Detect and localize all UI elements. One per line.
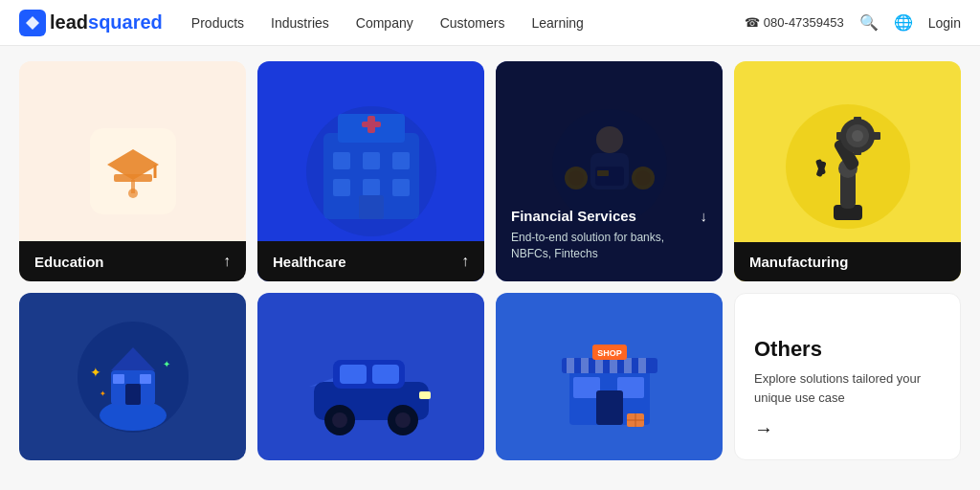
card-auto[interactable] (257, 293, 484, 460)
svg-rect-55 (340, 365, 367, 384)
cards-row1: Education ↑ (19, 61, 961, 281)
nav-links: Products Industries Company Customers Le… (191, 15, 745, 31)
education-arrow: ↑ (223, 253, 231, 270)
nav-industries[interactable]: Industries (271, 15, 329, 31)
svg-point-60 (395, 412, 411, 428)
svg-point-35 (852, 130, 863, 142)
svg-rect-49 (125, 384, 141, 405)
svg-rect-50 (113, 374, 124, 384)
manufacturing-label: Manufacturing (734, 242, 961, 281)
financial-arrow-icon: ↓ (701, 208, 708, 224)
phone-number: ☎ 080-47359453 (745, 15, 843, 30)
globe-icon[interactable]: 🌐 (894, 13, 913, 32)
svg-point-18 (306, 106, 436, 236)
financial-overlay: Financial Services ↓ End-to-end solution… (496, 61, 723, 281)
svg-rect-67 (610, 358, 617, 373)
healthcare-label: Healthcare ↑ (257, 241, 484, 281)
card-financial[interactable]: Financial Services ↓ End-to-end solution… (496, 61, 723, 281)
auto-illustration (257, 293, 484, 460)
others-content: Others Explore solutions tailored your u… (754, 337, 941, 440)
login-button[interactable]: Login (928, 15, 961, 31)
svg-rect-72 (596, 390, 623, 425)
retail-illustration: SHOP (496, 293, 723, 460)
nav-products[interactable]: Products (191, 15, 244, 31)
card-others[interactable]: Others Explore solutions tailored your u… (734, 293, 961, 460)
svg-point-5 (128, 189, 138, 198)
card-realestate[interactable]: ✦ ✦ ✦ (19, 293, 246, 460)
others-title: Others (754, 337, 941, 362)
healthcare-arrow: ↑ (461, 253, 469, 270)
nav-company[interactable]: Company (356, 15, 413, 31)
svg-rect-38 (873, 132, 880, 140)
realestate-illustration: ✦ ✦ ✦ (19, 293, 246, 460)
card-manufacturing[interactable]: Manufacturing (734, 61, 961, 281)
svg-rect-69 (638, 358, 646, 373)
logo[interactable]: leadsquared (19, 10, 163, 36)
svg-text:✦: ✦ (163, 359, 170, 369)
search-icon[interactable]: 🔍 (859, 13, 879, 32)
svg-text:SHOP: SHOP (597, 348, 622, 358)
others-arrow[interactable]: → (754, 418, 941, 440)
financial-desc: End-to-end solution for banks, NBFCs, Fi… (511, 230, 707, 262)
svg-rect-39 (836, 132, 844, 140)
svg-rect-61 (419, 391, 431, 399)
svg-text:✦: ✦ (90, 365, 101, 380)
others-desc: Explore solutions tailored your unique u… (754, 369, 941, 407)
education-label: Education ↑ (19, 241, 246, 281)
svg-rect-51 (140, 374, 151, 384)
card-retail[interactable]: SHOP (496, 293, 723, 460)
nav-learning[interactable]: Learning (531, 15, 584, 31)
financial-title: Financial Services ↓ (511, 208, 707, 224)
svg-point-58 (332, 412, 347, 428)
svg-rect-37 (854, 147, 861, 155)
nav-right: ☎ 080-47359453 🔍 🌐 Login (745, 13, 961, 32)
svg-rect-56 (372, 365, 399, 384)
main-content: Education ↑ (0, 46, 980, 490)
logo-text: leadsquared (50, 11, 163, 33)
svg-rect-36 (854, 117, 861, 124)
nav-customers[interactable]: Customers (440, 15, 505, 31)
cards-row2: ✦ ✦ ✦ (19, 293, 961, 460)
card-education[interactable]: Education ↑ (19, 61, 246, 281)
svg-rect-64 (567, 358, 574, 373)
svg-rect-68 (624, 358, 632, 373)
svg-rect-70 (573, 377, 600, 398)
card-healthcare[interactable]: Healthcare ↑ (257, 61, 484, 281)
svg-rect-65 (581, 358, 589, 373)
navbar: leadsquared Products Industries Company … (0, 0, 980, 46)
svg-text:✦: ✦ (100, 390, 106, 398)
svg-rect-66 (595, 358, 603, 373)
